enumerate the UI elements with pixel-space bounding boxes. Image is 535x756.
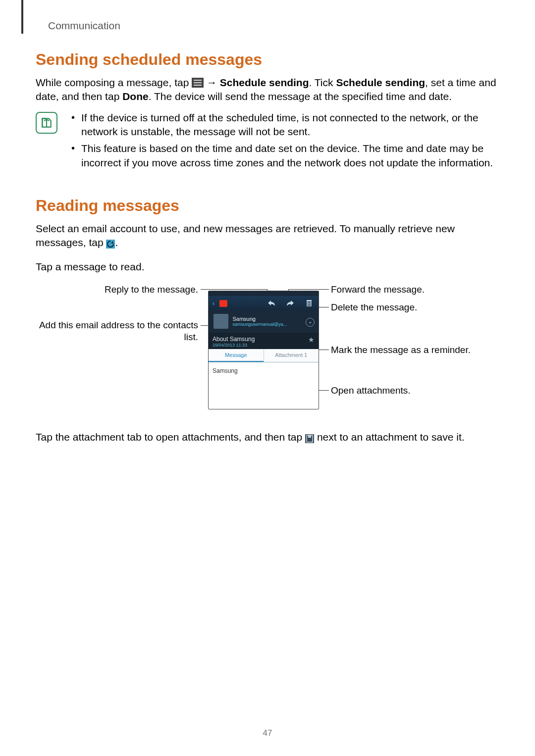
callout-forward: Forward the message.	[331, 284, 499, 296]
expand-icon[interactable]: ⌄	[306, 318, 315, 327]
phone-toolbar: ‹	[209, 296, 319, 311]
sender-text: Samsung samsungusermanual@ya...	[232, 316, 287, 327]
bold: Done	[122, 91, 149, 102]
star-icon[interactable]: ★	[308, 336, 315, 344]
svg-rect-1	[194, 80, 202, 81]
text: Select an email account to use, and new …	[36, 223, 455, 248]
tab-message[interactable]: Message	[209, 349, 264, 362]
subject-row: About Samsung 29/04/2013 11:33 ★	[209, 333, 319, 349]
reply-icon[interactable]	[262, 300, 281, 308]
text: Tap the attachment tab to open attachmen…	[36, 431, 305, 443]
note-item: If the device is turned off at the sched…	[67, 111, 499, 139]
text: While composing a message, tap	[36, 77, 192, 88]
bold: Schedule sending	[336, 77, 425, 88]
forward-icon[interactable]	[281, 300, 300, 308]
para-attachment: Tap the attachment tab to open attachmen…	[36, 430, 499, 444]
sender-email: samsungusermanual@ya...	[232, 322, 287, 327]
heading-reading: Reading messages	[36, 197, 499, 215]
menu-icon	[192, 77, 204, 87]
callout-line	[201, 289, 268, 290]
text: →	[204, 77, 220, 88]
callout-add-contact: Add this email address to the contacts l…	[36, 319, 198, 343]
svg-rect-2	[194, 82, 202, 83]
email-diagram: Reply to the message. Add this email add…	[36, 284, 499, 412]
header-rule	[21, 0, 23, 34]
callout-reply: Reply to the message.	[36, 284, 198, 296]
callout-delete: Delete the message.	[331, 302, 499, 313]
para-scheduled: While composing a message, tap → Schedul…	[36, 76, 499, 104]
note-list: If the device is turned off at the sched…	[67, 111, 499, 173]
callout-reminder: Mark the message as a reminder.	[331, 344, 499, 356]
refresh-icon	[106, 238, 115, 247]
tab-attachment[interactable]: Attachment 1	[264, 349, 319, 362]
manual-page: Communication Sending scheduled messages…	[0, 0, 535, 756]
text: .	[115, 237, 118, 248]
text: . Tick	[309, 77, 336, 88]
email-body: Samsung	[209, 362, 319, 379]
bold: Schedule sending	[220, 77, 309, 88]
section-header: Communication	[48, 20, 499, 32]
delete-icon[interactable]	[300, 300, 319, 308]
back-icon[interactable]: ‹	[209, 300, 218, 307]
note-item: This feature is based on the time and da…	[67, 142, 499, 170]
svg-rect-3	[194, 85, 202, 86]
para-reading-1: Select an email account to use, and new …	[36, 222, 499, 250]
sender-name: Samsung	[232, 316, 287, 322]
text: next to an attachment to save it.	[314, 431, 465, 443]
subject-date: 29/04/2013 11:33	[213, 343, 315, 348]
para-reading-2: Tap a message to read.	[36, 260, 499, 274]
save-icon	[305, 433, 314, 442]
phone-body: ‹ Samsung	[208, 291, 319, 409]
page-number: 47	[0, 728, 535, 738]
account-badge[interactable]	[219, 300, 227, 307]
subject-text: About Samsung	[213, 336, 315, 343]
svg-rect-6	[307, 300, 312, 301]
phone-statusbar	[209, 291, 319, 296]
tabs: Message Attachment 1	[209, 349, 319, 362]
sender-row: Samsung samsungusermanual@ya... ⌄	[209, 311, 319, 333]
avatar[interactable]	[214, 314, 228, 329]
note-block: If the device is turned off at the sched…	[36, 111, 499, 173]
callout-line	[288, 289, 329, 290]
heading-scheduled: Sending scheduled messages	[36, 50, 499, 69]
callout-attachments: Open attachments.	[331, 385, 499, 397]
svg-rect-12	[308, 435, 311, 438]
note-icon	[36, 112, 57, 134]
phone-mock: ‹ Samsung	[208, 291, 319, 409]
text: . The device will send the message at th…	[149, 91, 452, 102]
